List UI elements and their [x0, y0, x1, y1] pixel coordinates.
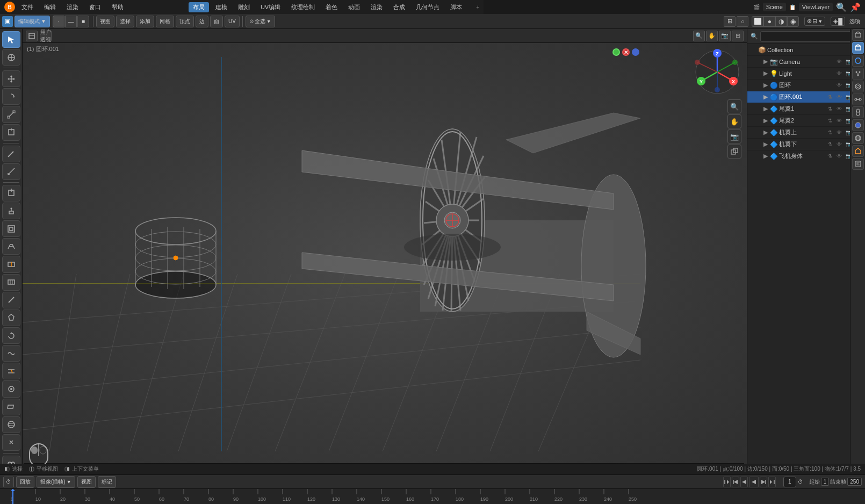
wingbot-visibility[interactable]: 👁	[835, 140, 844, 149]
play-back-btn[interactable]	[740, 477, 748, 487]
zoom-in-btn[interactable]: 🔍	[727, 99, 741, 113]
viewport-walk-mode[interactable]: ✋	[706, 31, 718, 41]
workspace-render[interactable]: 渲染	[366, 2, 387, 12]
play-prev-btn[interactable]	[732, 477, 739, 487]
loop-cut-tool[interactable]	[2, 256, 20, 272]
timeline-play-insert[interactable]: 报像(插帧) ▼	[37, 476, 75, 488]
outliner-search-input[interactable]	[760, 31, 862, 42]
prop-scripting-icon[interactable]	[852, 158, 864, 170]
extrude-tool[interactable]	[2, 203, 20, 219]
prop-particles-icon[interactable]	[852, 68, 864, 80]
view-label-btn[interactable]: 用户透视	[40, 31, 52, 41]
wireframe-mode[interactable]: ⬜	[752, 16, 763, 27]
prop-object-icon[interactable]	[852, 42, 864, 54]
pin-icon[interactable]: 📌	[850, 2, 861, 12]
uv-menu[interactable]: UV	[225, 16, 240, 27]
shrink-fatten-tool[interactable]	[2, 380, 20, 397]
gizmo-toggle[interactable]: ⊞	[724, 16, 736, 27]
tail2-filter1[interactable]: ⚗	[825, 117, 834, 125]
wingbot-filter1[interactable]: ⚗	[825, 140, 834, 149]
render-mode[interactable]: ◉	[787, 16, 799, 27]
timeline-view[interactable]: 视图	[77, 476, 96, 488]
outliner-item-ring-001[interactable]: ▶ 🔵 圆环.001 ⚗ 👁 📷 ⚙	[747, 91, 865, 103]
outliner-item-tail2[interactable]: ▶ 🔷 尾翼2 ⚗ 👁 📷 ⚙	[747, 115, 865, 127]
snap-magnet[interactable]: ⊛	[807, 18, 812, 25]
menu-item-help[interactable]: 帮助	[107, 2, 128, 12]
menu-item-edit[interactable]: 编辑	[40, 2, 60, 12]
offset-edge-tool[interactable]	[2, 274, 20, 291]
to-sphere-tool[interactable]	[2, 416, 20, 433]
ring001-visibility[interactable]: 👁	[835, 93, 844, 102]
face-select-mode[interactable]: ■	[77, 16, 89, 27]
outliner-scene-collection[interactable]: 📦 Collection	[747, 44, 865, 56]
prop-modifier-icon[interactable]	[852, 55, 864, 67]
mesh-menu[interactable]: 网格	[156, 16, 174, 27]
tail1-visibility[interactable]: 👁	[835, 105, 844, 113]
overlay-toggle[interactable]: ○	[737, 16, 748, 27]
timeline-markers[interactable]: 标记	[98, 476, 116, 488]
scale-tool[interactable]	[2, 106, 20, 123]
outliner-item-wing-bottom[interactable]: ▶ 🔷 机翼下 ⚗ 👁 📷 ⚙	[747, 139, 865, 150]
outliner-item-body[interactable]: ▶ 🔷 飞机身体 ⚗ 👁 📷 ⚙	[747, 150, 865, 162]
plus-workspace[interactable]: +	[476, 4, 479, 10]
camera-view-btn[interactable]: 📷	[727, 129, 741, 143]
outliner-item-camera[interactable]: ▶ 📷 Camera 👁 📷 ⚙	[747, 56, 865, 68]
edit-mode-selector[interactable]: 编辑模式 ▼	[15, 16, 50, 27]
edge-select-mode[interactable]: —	[65, 16, 77, 27]
prop-constraints-icon[interactable]	[852, 93, 864, 105]
vertex-menu[interactable]: 顶点	[176, 16, 194, 27]
workspace-texture[interactable]: 纹理绘制	[287, 2, 319, 12]
prop-world-icon[interactable]	[852, 132, 864, 144]
menu-item-render[interactable]: 渲染	[62, 2, 83, 12]
shear-tool[interactable]	[2, 399, 20, 415]
ring-visibility[interactable]: 👁	[835, 81, 844, 90]
rotate-tool[interactable]	[2, 88, 20, 105]
outliner-item-ring[interactable]: ▶ 🔵 圆环 👁 📷 ⚙	[747, 80, 865, 91]
camera-visibility[interactable]: 👁	[835, 57, 844, 66]
edge-menu[interactable]: 边	[196, 16, 208, 27]
timeline-mode-icon[interactable]: ⏱	[3, 477, 14, 487]
viewport-camera-btn[interactable]: 📷	[719, 31, 731, 41]
start-frame-input[interactable]: 1	[821, 478, 830, 486]
play-next-btn[interactable]	[760, 477, 767, 487]
annotate-tool[interactable]	[2, 146, 20, 162]
xray-toggle[interactable]: ◈	[833, 18, 838, 25]
view-layer-selector[interactable]: ViewLayer	[799, 3, 833, 11]
current-frame-display[interactable]: 1	[783, 477, 796, 487]
options-btn[interactable]: 选项	[847, 18, 863, 25]
viewport[interactable]: 用户透视 🔍 ✋ 📷 ⊞ (1) 圆环.001	[23, 29, 747, 474]
face-menu[interactable]: 面	[210, 16, 223, 27]
tail1-filter1[interactable]: ⚗	[825, 105, 834, 113]
prop-objdata-icon[interactable]	[852, 145, 864, 157]
workspace-modeling[interactable]: 建模	[211, 2, 232, 12]
wingtop-visibility[interactable]: 👁	[835, 128, 844, 137]
menu-item-window[interactable]: 窗口	[85, 2, 105, 12]
play-stop-btn[interactable]	[749, 477, 759, 487]
xray-amount[interactable]: █	[838, 18, 842, 25]
workspace-scripting[interactable]: 脚本	[446, 2, 466, 12]
measure-tool[interactable]	[2, 163, 20, 180]
workspace-uv[interactable]: UV编辑	[256, 2, 285, 12]
vertex-select-mode[interactable]: ·	[53, 16, 64, 27]
prop-renderlayer-icon[interactable]	[852, 29, 864, 41]
prop-physics-icon[interactable]	[852, 81, 864, 92]
viewport-lock-btn[interactable]: 🔍	[693, 31, 705, 41]
snap-chevron[interactable]: ▼	[818, 19, 823, 24]
end-frame-input[interactable]: 250	[847, 478, 862, 486]
inset-tool[interactable]	[2, 220, 20, 237]
move-tool[interactable]	[2, 70, 20, 87]
workspace-sculpt[interactable]: 雕刻	[234, 2, 254, 12]
view-menu[interactable]: 视图	[96, 16, 114, 27]
workspace-animation[interactable]: 动画	[344, 2, 364, 12]
ring001-filter1[interactable]: ⚗	[825, 93, 834, 102]
timeline-timer-icon[interactable]: ⏱	[798, 479, 803, 485]
wingtop-filter1[interactable]: ⚗	[825, 128, 834, 137]
play-start-btn[interactable]	[723, 477, 731, 487]
edge-slide-tool[interactable]	[2, 363, 20, 379]
bevel-tool[interactable]	[2, 238, 20, 255]
poly-build-tool[interactable]	[2, 309, 20, 326]
outliner-item-tail1[interactable]: ▶ 🔷 尾翼1 ⚗ 👁 📷 ⚙	[747, 103, 865, 115]
transform-tool[interactable]	[2, 124, 20, 141]
scene-selector[interactable]: Scene	[763, 3, 786, 11]
workspace-shading[interactable]: 着色	[321, 2, 342, 12]
